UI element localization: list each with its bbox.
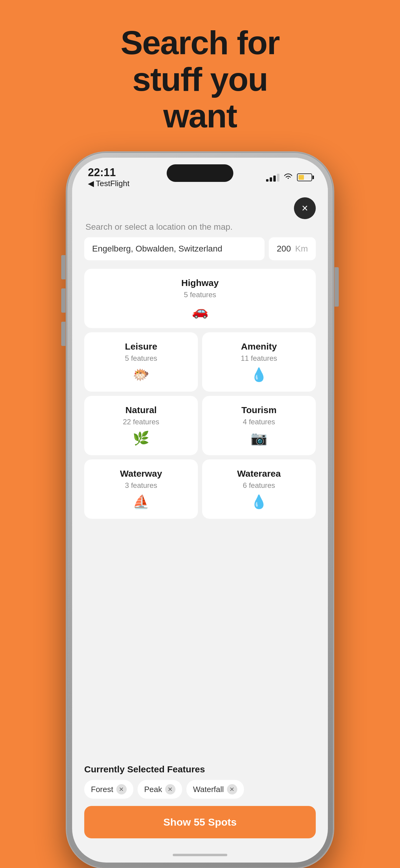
- remove-waterfall-icon: ✕: [229, 786, 234, 793]
- phone-screen: 22:11 ◀ TestFlight: [72, 158, 328, 863]
- category-card-natural[interactable]: Natural 22 features 🌿: [84, 396, 198, 455]
- dynamic-island: [167, 164, 233, 182]
- close-icon: ×: [302, 203, 308, 214]
- back-arrow-icon: ◀: [88, 179, 94, 188]
- waterarea-icon: 💧: [251, 494, 267, 510]
- headline-line2: stuff you: [133, 61, 267, 98]
- natural-icon: 🌿: [133, 430, 149, 446]
- tag-waterfall-remove[interactable]: ✕: [227, 784, 237, 795]
- tag-waterfall[interactable]: Waterfall ✕: [187, 780, 244, 799]
- highway-icon: 🚗: [192, 303, 208, 319]
- category-card-tourism[interactable]: Tourism 4 features 📷: [202, 396, 316, 455]
- home-bar: [173, 854, 227, 856]
- distance-unit: Km: [295, 244, 308, 254]
- highway-label: Highway: [181, 278, 219, 288]
- waterway-label: Waterway: [120, 468, 162, 479]
- waterway-waterarea-row: Waterway 3 features ⛵ Waterarea 6 featur…: [84, 459, 316, 519]
- headline-line3: want: [163, 97, 237, 134]
- status-right: [266, 173, 312, 182]
- tag-forest-label: Forest: [91, 785, 113, 794]
- tag-waterfall-label: Waterfall: [193, 785, 224, 794]
- tag-forest[interactable]: Forest ✕: [84, 780, 133, 799]
- screen-content: × Search or select a location on the map…: [72, 191, 328, 847]
- headline-text: Search for stuff you want: [121, 24, 279, 134]
- remove-forest-icon: ✕: [119, 786, 124, 793]
- distance-box[interactable]: 200 Km: [269, 237, 316, 260]
- signal-icon: [266, 173, 279, 182]
- category-card-amenity[interactable]: Amenity 11 features 💧: [202, 332, 316, 392]
- tourism-icon: 📷: [251, 430, 267, 446]
- highway-row: Highway 5 features 🚗: [84, 269, 316, 328]
- waterarea-features: 6 features: [243, 481, 275, 490]
- status-time: 22:11: [88, 166, 130, 179]
- category-card-waterway[interactable]: Waterway 3 features ⛵: [84, 459, 198, 519]
- tourism-features: 4 features: [243, 417, 275, 426]
- selected-tags: Forest ✕ Peak ✕ Waterfall: [84, 780, 316, 799]
- category-card-waterarea[interactable]: Waterarea 6 features 💧: [202, 459, 316, 519]
- home-indicator: [72, 847, 328, 863]
- battery-icon: [297, 174, 312, 181]
- waterway-features: 3 features: [125, 481, 157, 490]
- amenity-features: 11 features: [240, 354, 277, 363]
- selected-section: Currently Selected Features Forest ✕ Pea…: [84, 764, 316, 799]
- wifi-icon: [284, 173, 293, 182]
- waterway-icon: ⛵: [133, 494, 149, 510]
- leisure-label: Leisure: [125, 341, 157, 352]
- category-card-leisure[interactable]: Leisure 5 features 🐡: [84, 332, 198, 392]
- location-input[interactable]: Engelberg, Obwalden, Switzerland: [84, 237, 264, 260]
- back-navigation[interactable]: ◀ TestFlight: [88, 179, 130, 188]
- category-card-highway[interactable]: Highway 5 features 🚗: [84, 269, 316, 328]
- remove-peak-icon: ✕: [168, 786, 173, 793]
- natural-features: 22 features: [123, 417, 159, 426]
- tourism-label: Tourism: [241, 405, 276, 415]
- search-hint-text: Search or select a location on the map.: [84, 222, 316, 232]
- leisure-amenity-row: Leisure 5 features 🐡 Amenity 11 features…: [84, 332, 316, 392]
- leisure-icon: 🐡: [133, 367, 149, 382]
- close-button[interactable]: ×: [294, 197, 316, 219]
- selected-title: Currently Selected Features: [84, 764, 316, 774]
- tag-peak[interactable]: Peak ✕: [138, 780, 182, 799]
- category-grid: Highway 5 features 🚗 Leisure 5 features …: [84, 269, 316, 758]
- tag-forest-remove[interactable]: ✕: [116, 784, 127, 795]
- tag-peak-label: Peak: [144, 785, 162, 794]
- waterarea-label: Waterarea: [237, 468, 281, 479]
- headline-line1: Search for: [121, 24, 279, 61]
- highway-features: 5 features: [184, 290, 217, 299]
- tag-peak-remove[interactable]: ✕: [165, 784, 175, 795]
- natural-tourism-row: Natural 22 features 🌿 Tourism 4 features…: [84, 396, 316, 455]
- show-spots-button[interactable]: Show 55 Spots: [84, 806, 316, 838]
- phone-shell: 22:11 ◀ TestFlight: [67, 152, 333, 868]
- status-left: 22:11 ◀ TestFlight: [88, 166, 130, 188]
- back-label: TestFlight: [96, 179, 130, 188]
- location-row: Engelberg, Obwalden, Switzerland 200 Km: [84, 237, 316, 260]
- amenity-icon: 💧: [251, 367, 267, 382]
- natural-label: Natural: [125, 405, 157, 415]
- leisure-features: 5 features: [125, 354, 157, 363]
- show-spots-label: Show 55 Spots: [163, 816, 237, 828]
- close-btn-container: ×: [84, 197, 316, 219]
- amenity-label: Amenity: [241, 341, 277, 352]
- location-value: Engelberg, Obwalden, Switzerland: [92, 244, 222, 253]
- distance-value: 200: [277, 244, 291, 254]
